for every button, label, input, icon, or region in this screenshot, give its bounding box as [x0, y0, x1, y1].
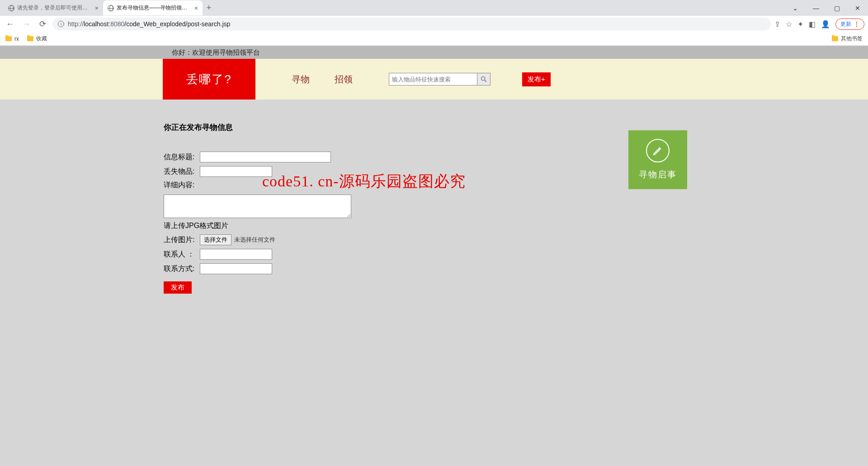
search-box — [389, 73, 491, 86]
label-contact-info: 联系方式: — [164, 264, 200, 274]
window-controls: ⌄ — ▢ ✕ — [785, 0, 868, 16]
content-wrap: 你正在发布寻物信息 信息标题: 丢失物品: 详细内容: 请上传JPG格式图片 上… — [163, 100, 705, 294]
contact-info-input[interactable] — [200, 263, 272, 274]
update-button[interactable]: 更新⋮ — [835, 19, 864, 30]
folder-icon — [27, 36, 33, 41]
label-detail: 详细内容: — [164, 181, 200, 190]
item-input[interactable] — [200, 166, 272, 177]
side-card-lost-notice[interactable]: 寻物启事 — [628, 130, 687, 189]
chevron-down-icon[interactable]: ⌄ — [785, 0, 806, 16]
tab-title: 发布寻物信息——寻物招领平台 — [117, 4, 192, 12]
back-button[interactable]: ← — [4, 18, 16, 30]
publish-button[interactable]: 发布+ — [522, 72, 551, 86]
label-item: 丢失物品: — [164, 167, 200, 176]
browser-tab-active[interactable]: 发布寻物信息——寻物招领平台 × — [103, 0, 203, 15]
nav-claim[interactable]: 招领 — [335, 73, 353, 86]
minimize-button[interactable]: — — [806, 0, 826, 16]
browser-tab[interactable]: 请先登录，登录后即可使用寻物招… × — [4, 0, 103, 15]
globe-icon — [108, 5, 114, 11]
search-input[interactable] — [389, 73, 477, 86]
globe-icon — [8, 5, 14, 11]
extensions-icon[interactable]: ✦ — [797, 20, 803, 29]
pencil-icon — [652, 145, 663, 156]
forward-button[interactable]: → — [20, 18, 33, 30]
greeting-text: 你好：欢迎使用寻物招领平台 — [163, 48, 705, 57]
page-body: 你好：欢迎使用寻物招领平台 丢哪了? 寻物 招领 发布+ 你正在发布寻物信息 信… — [0, 46, 868, 466]
title-input[interactable] — [200, 152, 331, 162]
submit-button[interactable]: 发布 — [164, 281, 192, 294]
maximize-button[interactable]: ▢ — [826, 0, 847, 16]
info-icon: i — [58, 21, 64, 27]
logo[interactable]: 丢哪了? — [163, 59, 255, 100]
file-status: 未选择任何文件 — [234, 236, 275, 244]
close-window-button[interactable]: ✕ — [847, 0, 868, 16]
svg-point-0 — [481, 77, 485, 81]
greeting-bar: 你好：欢迎使用寻物招领平台 — [0, 46, 868, 59]
page-title: 你正在发布寻物信息 — [164, 122, 705, 133]
close-icon[interactable]: × — [194, 5, 198, 12]
svg-line-1 — [485, 80, 486, 82]
star-icon[interactable]: ☆ — [786, 20, 792, 29]
pencil-circle-icon — [646, 139, 670, 162]
close-icon[interactable]: × — [95, 5, 99, 12]
bookmark-item[interactable]: rx — [5, 36, 19, 42]
reload-button[interactable]: ⟳ — [36, 18, 49, 30]
tab-title: 请先登录，登录后即可使用寻物招… — [17, 4, 92, 12]
browser-toolbar: ← → ⟳ i http://localhost:8080/code_Web_e… — [0, 16, 868, 32]
url-text: http://localhost:8080/code_Web_exploded/… — [68, 20, 230, 28]
profile-icon[interactable]: 👤 — [821, 20, 830, 29]
search-button[interactable] — [477, 73, 491, 86]
folder-icon — [832, 36, 838, 41]
search-icon — [480, 76, 487, 83]
file-choose-button[interactable]: 选择文件 — [200, 234, 231, 245]
browser-chrome: 请先登录，登录后即可使用寻物招… × 发布寻物信息——寻物招领平台 × + ⌄ … — [0, 0, 868, 46]
tab-strip: 请先登录，登录后即可使用寻物招… × 发布寻物信息——寻物招领平台 × + ⌄ … — [0, 0, 868, 16]
other-bookmarks[interactable]: 其他书签 — [832, 35, 863, 43]
upload-hint: 请上传JPG格式图片 — [164, 221, 705, 231]
header-band: 丢哪了? 寻物 招领 发布+ — [0, 59, 868, 100]
bookmark-item[interactable]: 收藏 — [27, 35, 47, 43]
share-icon[interactable]: ⇪ — [774, 20, 780, 29]
address-bar[interactable]: i http://localhost:8080/code_Web_explode… — [52, 18, 771, 30]
new-tab-button[interactable]: + — [203, 3, 215, 13]
form-area: 你正在发布寻物信息 信息标题: 丢失物品: 详细内容: 请上传JPG格式图片 上… — [163, 122, 705, 294]
detail-textarea[interactable] — [164, 195, 351, 218]
label-title: 信息标题: — [164, 152, 200, 162]
bookmarks-bar: rx 收藏 其他书签 — [0, 32, 868, 46]
side-card-label: 寻物启事 — [639, 169, 677, 181]
contact-person-input[interactable] — [200, 249, 272, 260]
side-panel-icon[interactable]: ◧ — [809, 20, 816, 29]
label-contact-person: 联系人 ： — [164, 250, 200, 259]
label-upload: 上传图片: — [164, 235, 200, 245]
nav-search-lost[interactable]: 寻物 — [292, 73, 310, 86]
folder-icon — [5, 36, 12, 41]
